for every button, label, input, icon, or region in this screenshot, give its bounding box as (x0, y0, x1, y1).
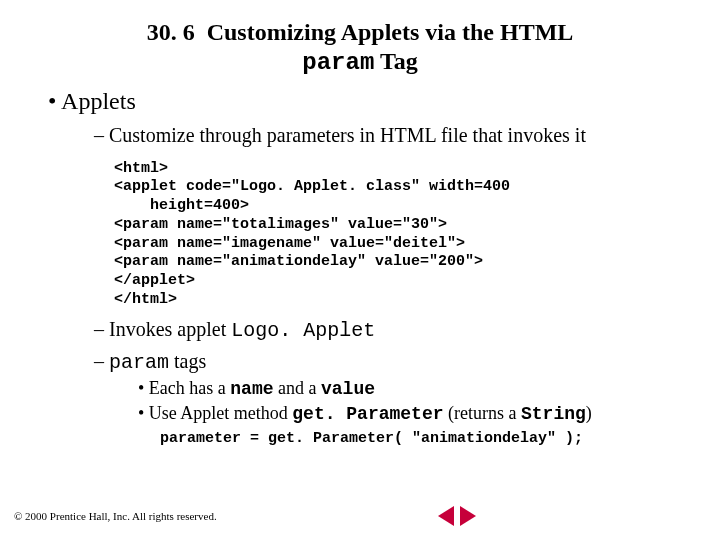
bullet-customize-text: Customize through parameters in HTML fil… (109, 124, 586, 146)
use-d: String (521, 404, 586, 424)
bullet-each: Each has a name and a value (138, 378, 690, 399)
param-text: tags (169, 350, 206, 372)
bullet-param-tags: param tags (94, 350, 690, 374)
code-line: parameter = get. Parameter( "animationde… (160, 430, 690, 447)
nav-arrows (438, 506, 476, 526)
title-code: param (302, 49, 374, 76)
use-a: Use Applet method (149, 403, 292, 423)
bullet-applets: Applets (48, 88, 690, 115)
footer: © 2000 Prentice Hall, Inc. All rights re… (14, 506, 706, 526)
use-b: get. Parameter (292, 404, 443, 424)
each-c: and a (274, 378, 321, 398)
bullet-use: Use Applet method get. Parameter (return… (138, 403, 690, 424)
each-b: name (230, 379, 273, 399)
copyright-text: © 2000 Prentice Hall, Inc. All rights re… (14, 510, 217, 522)
title-text-b: Tag (380, 48, 418, 74)
invokes-code: Logo. Applet (231, 319, 375, 342)
prev-arrow-icon[interactable] (438, 506, 454, 526)
use-c: (returns a (444, 403, 521, 423)
use-e: ) (586, 403, 592, 423)
invokes-text: Invokes applet (109, 318, 231, 340)
bullet-applets-text: Applets (61, 88, 136, 114)
bullet-invokes: Invokes applet Logo. Applet (94, 318, 690, 342)
title-text-a: Customizing Applets via the HTML (207, 19, 574, 45)
next-arrow-icon[interactable] (460, 506, 476, 526)
param-code: param (109, 351, 169, 374)
code-block: <html> <applet code="Logo. Applet. class… (114, 160, 690, 310)
each-d: value (321, 379, 375, 399)
title-number: 30. 6 (147, 19, 195, 45)
bullet-customize: Customize through parameters in HTML fil… (94, 123, 690, 148)
slide-title: 30. 6 Customizing Applets via the HTML p… (70, 18, 650, 78)
each-a: Each has a (149, 378, 230, 398)
